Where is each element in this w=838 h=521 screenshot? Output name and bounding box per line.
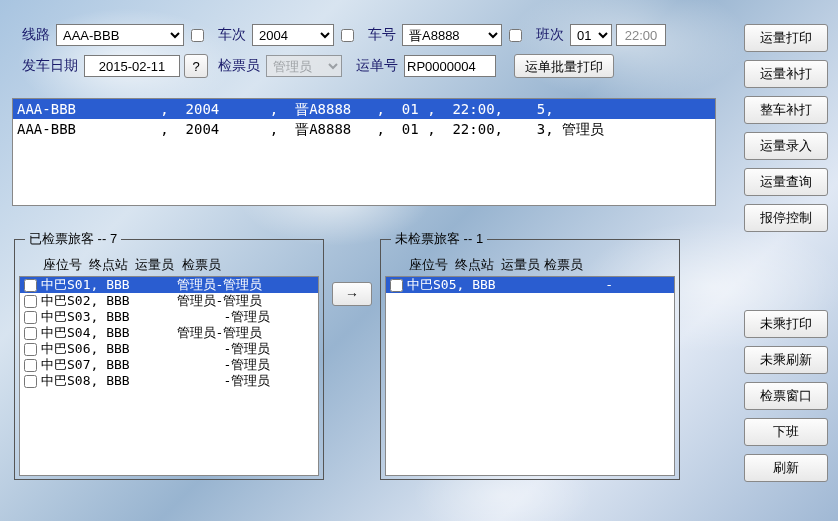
inspector-select: 管理员 [266,55,342,77]
passenger-row[interactable]: 中巴S05, BBB - [386,277,674,293]
noboard-refresh-button[interactable]: 未乘刷新 [744,346,828,374]
trip-select[interactable]: 2004 [252,24,334,46]
trip-check[interactable] [341,29,354,42]
route-select[interactable]: AAA-BBB [56,24,184,46]
shift-label: 班次 [536,26,564,44]
passenger-row[interactable]: 中巴S07, BBB -管理员 [20,357,318,373]
volume-reprint-button[interactable]: 运量补打 [744,60,828,88]
date-help-button[interactable]: ? [184,54,208,78]
unchecked-header: 座位号 终点站 运量员 检票员 [385,252,675,276]
passenger-row[interactable]: 中巴S08, BBB -管理员 [20,373,318,389]
top-form: 线路 AAA-BBB 车次 2004 车号 晋A8888 班次 01 发车日期 … [0,0,838,96]
batch-print-button[interactable]: 运单批量打印 [514,54,614,78]
passenger-row[interactable]: 中巴S02, BBB 管理员-管理员 [20,293,318,309]
trip-label: 车次 [218,26,246,44]
volume-entry-button[interactable]: 运量录入 [744,132,828,160]
passenger-row[interactable]: 中巴S06, BBB -管理员 [20,341,318,357]
vehicle-select[interactable]: 晋A8888 [402,24,502,46]
move-right-button[interactable]: → [332,282,372,306]
passenger-text: 中巴S04, BBB 管理员-管理员 [41,325,262,341]
right-button-panel: 运量打印 运量补打 整车补打 运量录入 运量查询 报停控制 未乘打印 未乘刷新 … [744,24,828,482]
passenger-text: 中巴S01, BBB 管理员-管理员 [41,277,262,293]
unchecked-list[interactable]: 中巴S05, BBB - [385,276,675,476]
noboard-print-button[interactable]: 未乘打印 [744,310,828,338]
passenger-checkbox[interactable] [24,359,37,372]
checked-header: 座位号 终点站 运量员 检票员 [19,252,319,276]
check-window-button[interactable]: 检票窗口 [744,382,828,410]
passenger-checkbox[interactable] [390,279,403,292]
depart-date-input[interactable] [84,55,180,77]
route-check[interactable] [191,29,204,42]
route-label: 线路 [22,26,50,44]
refresh-button[interactable]: 刷新 [744,454,828,482]
passenger-text: 中巴S06, BBB -管理员 [41,341,270,357]
passenger-text: 中巴S02, BBB 管理员-管理员 [41,293,262,309]
checked-list[interactable]: 中巴S01, BBB 管理员-管理员中巴S02, BBB 管理员-管理员中巴S0… [19,276,319,476]
waybill-label: 运单号 [356,57,398,75]
checked-legend: 已检票旅客 -- 7 [25,230,121,248]
vehicle-check[interactable] [509,29,522,42]
offduty-button[interactable]: 下班 [744,418,828,446]
passenger-checkbox[interactable] [24,343,37,356]
checked-passengers-box: 已检票旅客 -- 7 座位号 终点站 运量员 检票员 中巴S01, BBB 管理… [14,230,324,480]
unchecked-passengers-box: 未检票旅客 -- 1 座位号 终点站 运量员 检票员 中巴S05, BBB - [380,230,680,480]
vehicle-label: 车号 [368,26,396,44]
inspector-label: 检票员 [218,57,260,75]
passenger-row[interactable]: 中巴S03, BBB -管理员 [20,309,318,325]
trip-list[interactable]: AAA-BBB , 2004 , 晋A8888 , 01 , 22:00, 5,… [12,98,716,206]
passenger-checkbox[interactable] [24,327,37,340]
volume-query-button[interactable]: 运量查询 [744,168,828,196]
passenger-checkbox[interactable] [24,279,37,292]
car-reprint-button[interactable]: 整车补打 [744,96,828,124]
stop-control-button[interactable]: 报停控制 [744,204,828,232]
waybill-input[interactable] [404,55,496,77]
depart-date-label: 发车日期 [22,57,78,75]
passenger-text: 中巴S08, BBB -管理员 [41,373,270,389]
passenger-row[interactable]: 中巴S04, BBB 管理员-管理员 [20,325,318,341]
passenger-checkbox[interactable] [24,375,37,388]
passenger-text: 中巴S07, BBB -管理员 [41,357,270,373]
volume-print-button[interactable]: 运量打印 [744,24,828,52]
time-field [616,24,666,46]
passenger-checkbox[interactable] [24,295,37,308]
shift-select[interactable]: 01 [570,24,612,46]
unchecked-legend: 未检票旅客 -- 1 [391,230,487,248]
passenger-text: 中巴S03, BBB -管理员 [41,309,270,325]
passenger-checkbox[interactable] [24,311,37,324]
trip-row[interactable]: AAA-BBB , 2004 , 晋A8888 , 01 , 22:00, 5, [13,99,715,119]
passenger-row[interactable]: 中巴S01, BBB 管理员-管理员 [20,277,318,293]
passenger-text: 中巴S05, BBB - [407,277,613,293]
trip-row[interactable]: AAA-BBB , 2004 , 晋A8888 , 01 , 22:00, 3,… [13,119,715,139]
